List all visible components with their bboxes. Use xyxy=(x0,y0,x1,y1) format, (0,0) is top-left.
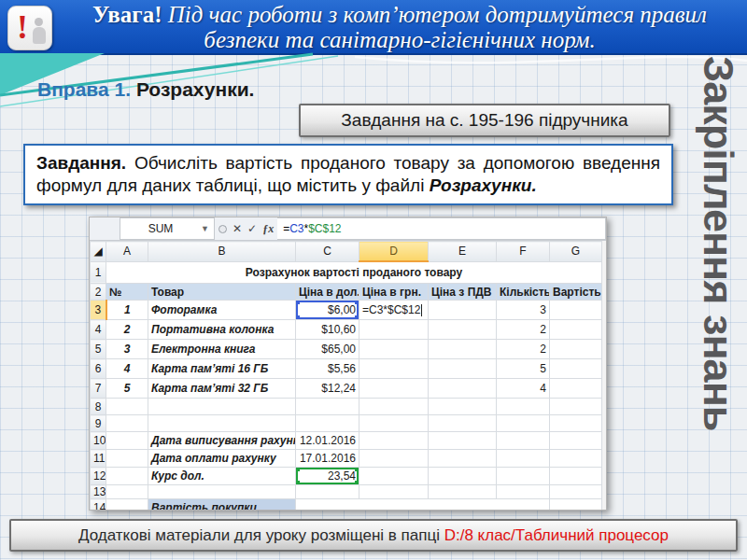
select-all-icon[interactable]: ◢ xyxy=(91,242,106,262)
banner-line1: Під час роботи з комп’ютером дотримуйтес… xyxy=(168,2,707,27)
formula-input[interactable]: =C3*$C$12 xyxy=(277,217,606,240)
warning-label: Увага! xyxy=(92,2,162,27)
warning-icon: ! xyxy=(7,6,52,50)
total-label-cell[interactable]: Вартість покупки xyxy=(148,499,296,511)
table-row: 5 3 Електронна книга $65,00 2 xyxy=(91,340,602,359)
section-side-label: Закріплення знань xyxy=(694,56,742,504)
footer-folder-path: D:/8 клас/Табличний процесор xyxy=(444,526,669,544)
referenced-cell-c3[interactable]: $6,00 xyxy=(296,301,359,320)
safety-banner-text: Увага! Під час роботи з комп’ютером дотр… xyxy=(52,0,747,52)
column-header-e[interactable]: E xyxy=(429,242,497,262)
row-header-9[interactable]: 9 xyxy=(91,415,106,432)
info-row: 10 Дата виписування рахунку 12.01.2016 xyxy=(91,432,602,450)
table-row: 7 5 Карта пам’яті 32 ГБ $12,24 4 xyxy=(91,379,602,399)
task-text: Обчисліть вартість проданого товару за д… xyxy=(36,153,660,195)
row-header-14[interactable]: 14 xyxy=(91,499,106,511)
column-header-f[interactable]: F xyxy=(497,242,550,262)
row-header-3[interactable]: 3 xyxy=(91,301,106,320)
column-header-c[interactable]: C xyxy=(296,242,359,262)
exercise-heading: Вправа 1. Розрахунки. xyxy=(37,78,254,101)
header-cell-price-usd[interactable]: Ціна в дол. xyxy=(296,284,359,301)
table-row: 4 2 Портативна колонка $10,60 2 xyxy=(91,320,602,340)
slide: ! Увага! Під час роботи з комп’ютером до… xyxy=(0,0,747,560)
column-header-a[interactable]: A xyxy=(106,242,148,262)
row-header-10[interactable]: 10 xyxy=(91,432,106,450)
row-header-8[interactable]: 8 xyxy=(91,399,106,415)
excel-screenshot: SUM ▼ ✕ ✓ ƒx =C3*$C$12 ◢ A B C xyxy=(89,217,607,511)
row-header-11[interactable]: 11 xyxy=(91,450,106,468)
column-header-g[interactable]: G xyxy=(550,242,602,262)
row-header-4[interactable]: 4 xyxy=(91,320,106,340)
header-cell-no[interactable]: № xyxy=(106,284,148,301)
total-merged-cell[interactable] xyxy=(296,499,550,511)
row-header-5[interactable]: 5 xyxy=(91,340,106,359)
task-label: Завдання. xyxy=(36,153,126,173)
sheet-title-cell[interactable]: Розрахунок вартості проданого товару xyxy=(106,261,602,284)
editing-cell-d3[interactable]: =C3*$C$12 xyxy=(359,301,429,320)
row-header-7[interactable]: 7 xyxy=(91,379,106,399)
insert-function-icon[interactable]: ƒx xyxy=(262,222,274,236)
banner-line2: безпеки та санітарно-гігієнічних норм. xyxy=(204,27,595,52)
table-row: 3 1 Фоторамка $6,00 =C3*$C$12 3 xyxy=(91,301,602,320)
row-header-13[interactable]: 13 xyxy=(91,485,106,499)
exercise-number: Вправа 1. xyxy=(37,78,131,100)
header-cell-price-vat[interactable]: Ціна з ПДВ xyxy=(429,284,497,301)
table-row: 6 4 Карта пам’яті 16 ГБ $5,56 5 xyxy=(91,359,602,379)
header-cell-total[interactable]: Вартість xyxy=(550,284,602,301)
task-file-name: Розрахунки. xyxy=(430,175,537,195)
task-description-box: Завдання. Обчисліть вартість проданого т… xyxy=(23,144,673,205)
safety-banner: ! Увага! Під час роботи з комп’ютером до… xyxy=(0,0,747,55)
info-row: 11 Дата оплати рахунку 17.01.2016 xyxy=(91,450,602,468)
row-header-12[interactable]: 12 xyxy=(91,468,106,485)
circle-icon xyxy=(218,225,227,233)
spreadsheet-grid: ◢ A B C D E F G 1 Розрахунок вартості пр… xyxy=(90,241,602,511)
name-box-value: SUM xyxy=(120,222,201,235)
row-header-1[interactable]: 1 xyxy=(91,261,106,284)
total-row: 14 Вартість покупки xyxy=(91,499,602,511)
header-cell-qty[interactable]: Кількість xyxy=(497,284,550,301)
enter-icon[interactable]: ✓ xyxy=(247,222,257,235)
textbook-pages-button[interactable]: Завдання на с. 195-196 підручника xyxy=(299,104,670,137)
name-box-dropdown-icon[interactable]: ▼ xyxy=(201,224,214,233)
name-box[interactable]: SUM ▼ xyxy=(120,217,215,240)
row-header-6[interactable]: 6 xyxy=(91,359,106,379)
exercise-title: Розрахунки. xyxy=(136,78,255,100)
info-row: 12 Курс дол. 23,54 xyxy=(91,468,602,485)
formula-bar: SUM ▼ ✕ ✓ ƒx =C3*$C$12 xyxy=(90,217,606,241)
column-header-d[interactable]: D xyxy=(359,242,429,262)
column-header-b[interactable]: B xyxy=(148,242,296,262)
cancel-icon[interactable]: ✕ xyxy=(233,222,242,235)
footer-materials-bar[interactable]: Додаткові матеріали для уроку розміщені … xyxy=(9,519,738,552)
row-header-2[interactable]: 2 xyxy=(91,284,106,301)
header-cell-price-uah[interactable]: Ціна в грн. xyxy=(359,284,429,301)
header-cell-item[interactable]: Товар xyxy=(148,284,296,301)
referenced-cell-c12[interactable]: 23,54 xyxy=(296,468,359,485)
footer-text: Додаткові матеріали для уроку розміщені … xyxy=(78,526,440,544)
